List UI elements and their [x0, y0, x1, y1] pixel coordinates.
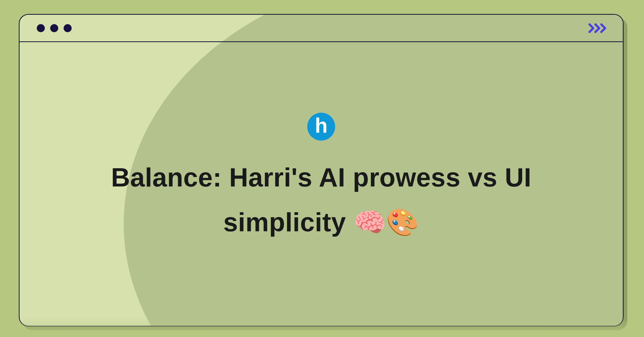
forward-chevrons-icon	[588, 23, 608, 34]
window-dot-icon	[64, 24, 72, 32]
brand-logo-letter: h	[315, 115, 328, 136]
titlebar	[20, 15, 623, 42]
window-dot-icon	[50, 24, 58, 32]
headline-emoji: 🧠🎨	[353, 207, 419, 237]
browser-frame-card: h Balance: Harri's AI prowess vs UI simp…	[19, 14, 624, 327]
card-content: h Balance: Harri's AI prowess vs UI simp…	[20, 42, 623, 326]
brand-logo: h	[307, 113, 335, 141]
window-dot-icon	[37, 24, 45, 32]
headline: Balance: Harri's AI prowess vs UI simpli…	[53, 155, 590, 244]
headline-text: Balance: Harri's AI prowess vs UI simpli…	[111, 163, 532, 237]
window-dots	[37, 24, 72, 32]
